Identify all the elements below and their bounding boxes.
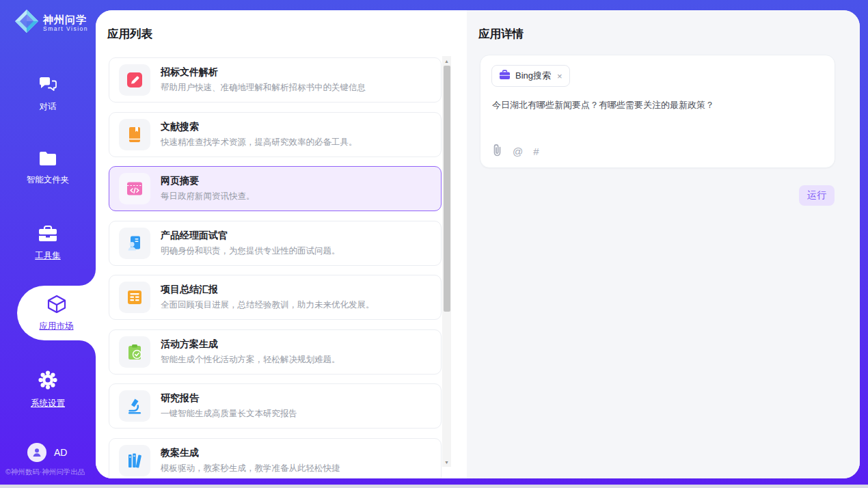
bump-curve-bottom [79,340,96,357]
folder-icon [38,150,57,170]
app-list-pane: 应用列表 招标文件解析 帮助用户快速、准确地理解和解析招标书中的关键信息 [96,10,467,478]
sidebar-item-label: 工具集 [35,250,61,262]
scrollbar-up-arrow[interactable]: ▲ [442,56,451,66]
cube-icon [46,294,67,317]
resume-icon [119,228,150,259]
app-card-pm-interviewer[interactable]: 产品经理面试官 明确身份和职责，为您提供专业性的面试问题。 [109,221,442,266]
app-name: 招标文件解析 [161,66,366,79]
app-card-lesson-plan[interactable]: 教案生成 模板驱动，教案秒生成，教学准备从此轻松快捷 [109,438,442,478]
app-list-scrollbar[interactable]: ▲ ▼ [442,56,451,467]
microscope-icon [119,390,150,422]
copyright-text: ©神州数码·神州问学出品 [5,467,96,477]
app-name: 项目总结汇报 [161,284,375,296]
sidebar-item-label: 智能文件夹 [27,174,70,186]
books-icon [119,445,150,476]
app-card-project-summary[interactable]: 项目总结汇报 全面回顾项目进展，总结经验教训，助力未来优化发展。 [109,275,442,320]
tool-tag-close-icon[interactable]: × [557,71,562,81]
bottom-edge-strip [0,485,868,488]
sidebar-item-chat[interactable]: 对话 [0,76,96,113]
app-name: 教案生成 [161,447,340,459]
app-desc: 快速精准查找学术资源，提高研究效率的必备工具。 [161,137,357,148]
app-name: 文献搜索 [161,121,357,133]
app-desc: 模板驱动，教案秒生成，教学准备从此轻松快捷 [161,463,340,474]
run-button[interactable]: 运行 [799,185,835,206]
book-icon [119,119,150,150]
app-name: 网页摘要 [161,175,255,187]
edit-doc-icon [119,64,150,96]
spreadsheet-icon [119,282,150,313]
clipboard-check-icon [119,336,150,368]
user-initials: AD [54,447,67,458]
user-account[interactable]: AD [27,443,67,462]
app-card-event-plan[interactable]: 活动方案生成 智能生成个性化活动方案，轻松解决规划难题。 [109,329,442,375]
sidebar-item-label: 应用市场 [40,321,74,332]
app-desc: 一键智能生成高质量长文本研究报告 [161,408,297,420]
sidebar-item-toolset[interactable]: 工具集 [0,225,96,262]
sidebar-item-settings[interactable]: 系统设置 [0,370,96,409]
app-card-bid-doc-parse[interactable]: 招标文件解析 帮助用户快速、准确地理解和解析招标书中的关键信息 [109,57,442,103]
web-code-icon [119,173,150,204]
at-mention-icon[interactable]: @ [513,146,523,157]
app-card-research-report[interactable]: 研究报告 一键智能生成高质量长文本研究报告 [109,383,442,429]
app-detail-pane: 应用详情 Bing搜索 × 今日湖北有哪些新闻要点？有哪些需要关注的最新政策？ [467,10,860,478]
scrollbar-thumb[interactable] [444,66,450,312]
app-name: 活动方案生成 [161,338,340,351]
app-desc: 帮助用户快速、准确地理解和解析招标书中的关键信息 [161,82,366,94]
chat-icon [38,76,57,96]
app-name: 研究报告 [161,392,297,405]
app-list-title: 应用列表 [107,27,152,42]
sidebar-item-app-market[interactable]: 应用市场 [17,286,96,340]
prompt-composer[interactable]: Bing搜索 × 今日湖北有哪些新闻要点？有哪些需要关注的最新政策？ @ # [480,55,835,168]
brand-diamond-icon [14,8,40,37]
composer-toolbar: @ # [492,144,539,159]
tool-tag-label: Bing搜索 [515,70,551,82]
main-panel: 应用列表 招标文件解析 帮助用户快速、准确地理解和解析招标书中的关键信息 [96,10,860,478]
bump-curve-top [79,269,96,286]
sidebar-item-label: 系统设置 [31,398,65,409]
app-desc: 智能生成个性化活动方案，轻松解决规划难题。 [161,354,340,366]
paperclip-icon[interactable] [492,144,502,159]
sidebar: 神州问学 Smart Vision 对话 智能文件夹 工具集 [0,0,96,488]
scrollbar-down-arrow[interactable]: ▼ [442,457,451,467]
app-card-web-summary[interactable]: 网页摘要 每日政府新闻资讯快查。 [109,166,442,211]
app-name: 产品经理面试官 [161,230,340,242]
briefcase-icon [499,70,511,83]
tool-tag-bing-search[interactable]: Bing搜索 × [491,65,570,87]
brand-name: 神州问学 [43,14,88,25]
app-desc: 每日政府新闻资讯快查。 [161,191,255,202]
app-card-literature-search[interactable]: 文献搜索 快速精准查找学术资源，提高研究效率的必备工具。 [109,112,442,157]
hash-icon[interactable]: # [533,146,539,157]
brand-logo: 神州问学 Smart Vision [14,8,88,37]
sidebar-item-smart-folder[interactable]: 智能文件夹 [0,150,96,186]
app-desc: 明确身份和职责，为您提供专业性的面试问题。 [161,245,340,257]
sidebar-item-label: 对话 [40,101,57,113]
prompt-text[interactable]: 今日湖北有哪些新闻要点？有哪些需要关注的最新政策？ [492,99,820,111]
app-detail-title: 应用详情 [478,27,524,42]
gear-icon [38,370,58,393]
avatar [27,443,46,462]
toolbox-icon [38,225,58,245]
brand-subtitle: Smart Vision [43,25,88,32]
app-desc: 全面回顾项目进展，总结经验教训，助力未来优化发展。 [161,299,375,311]
